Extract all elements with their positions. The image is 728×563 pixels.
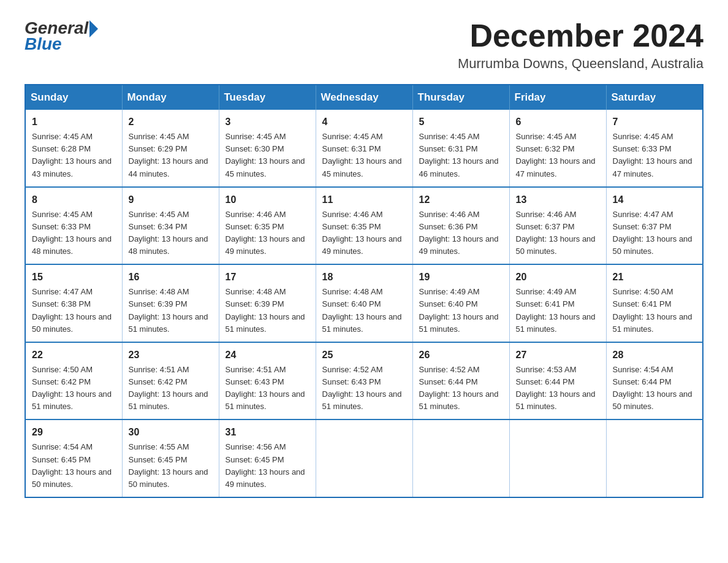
- month-title: December 2024: [458, 18, 703, 53]
- day-info: Sunrise: 4:52 AMSunset: 6:44 PMDaylight:…: [419, 365, 499, 411]
- weekday-header-tuesday: Tuesday: [219, 85, 316, 110]
- day-number: 28: [613, 348, 697, 362]
- day-number: 27: [516, 348, 600, 362]
- weekday-header-saturday: Saturday: [606, 85, 703, 110]
- weekday-header-wednesday: Wednesday: [316, 85, 412, 110]
- calendar-cell: [509, 419, 606, 497]
- calendar-cell: 28Sunrise: 4:54 AMSunset: 6:44 PMDayligh…: [606, 342, 703, 420]
- calendar-cell: 14Sunrise: 4:47 AMSunset: 6:37 PMDayligh…: [606, 187, 703, 265]
- day-info: Sunrise: 4:51 AMSunset: 6:43 PMDaylight:…: [226, 365, 305, 411]
- day-number: 16: [129, 270, 213, 285]
- calendar-table: SundayMondayTuesdayWednesdayThursdayFrid…: [25, 84, 703, 498]
- calendar-week-2: 8Sunrise: 4:45 AMSunset: 6:33 PMDaylight…: [25, 187, 703, 265]
- day-number: 26: [419, 348, 503, 362]
- day-number: 2: [129, 115, 213, 129]
- calendar-cell: 21Sunrise: 4:50 AMSunset: 6:41 PMDayligh…: [606, 264, 703, 342]
- day-number: 1: [32, 115, 116, 129]
- day-info: Sunrise: 4:45 AMSunset: 6:30 PMDaylight:…: [226, 132, 305, 178]
- calendar-cell: 22Sunrise: 4:50 AMSunset: 6:42 PMDayligh…: [25, 342, 122, 420]
- day-number: 31: [226, 425, 309, 440]
- day-number: 22: [32, 348, 116, 362]
- weekday-header-monday: Monday: [122, 85, 219, 110]
- day-info: Sunrise: 4:46 AMSunset: 6:36 PMDaylight:…: [419, 210, 499, 256]
- day-info: Sunrise: 4:45 AMSunset: 6:32 PMDaylight:…: [516, 132, 596, 178]
- day-number: 19: [419, 270, 503, 285]
- day-info: Sunrise: 4:45 AMSunset: 6:28 PMDaylight:…: [32, 132, 112, 178]
- day-info: Sunrise: 4:53 AMSunset: 6:44 PMDaylight:…: [516, 365, 596, 411]
- day-info: Sunrise: 4:45 AMSunset: 6:34 PMDaylight:…: [129, 210, 208, 256]
- day-number: 30: [129, 425, 213, 440]
- calendar-cell: 31Sunrise: 4:56 AMSunset: 6:45 PMDayligh…: [219, 419, 316, 497]
- day-info: Sunrise: 4:56 AMSunset: 6:45 PMDaylight:…: [226, 442, 305, 488]
- day-info: Sunrise: 4:45 AMSunset: 6:33 PMDaylight:…: [613, 132, 692, 178]
- day-number: 21: [613, 270, 697, 285]
- day-number: 7: [613, 115, 697, 129]
- day-info: Sunrise: 4:46 AMSunset: 6:35 PMDaylight:…: [322, 210, 402, 256]
- day-number: 14: [613, 193, 697, 207]
- calendar-cell: 29Sunrise: 4:54 AMSunset: 6:45 PMDayligh…: [25, 419, 122, 497]
- calendar-cell: 1Sunrise: 4:45 AMSunset: 6:28 PMDaylight…: [25, 110, 122, 187]
- calendar-cell: 12Sunrise: 4:46 AMSunset: 6:36 PMDayligh…: [412, 187, 509, 265]
- day-info: Sunrise: 4:48 AMSunset: 6:39 PMDaylight:…: [129, 287, 208, 333]
- day-number: 9: [129, 193, 213, 207]
- weekday-header-friday: Friday: [509, 85, 606, 110]
- day-info: Sunrise: 4:45 AMSunset: 6:29 PMDaylight:…: [129, 132, 208, 178]
- day-info: Sunrise: 4:47 AMSunset: 6:37 PMDaylight:…: [613, 210, 692, 256]
- calendar-cell: 23Sunrise: 4:51 AMSunset: 6:42 PMDayligh…: [122, 342, 219, 420]
- day-info: Sunrise: 4:46 AMSunset: 6:35 PMDaylight:…: [226, 210, 305, 256]
- day-number: 13: [516, 193, 600, 207]
- day-number: 23: [129, 348, 213, 362]
- day-number: 15: [32, 270, 116, 285]
- weekday-header-sunday: Sunday: [25, 85, 122, 110]
- day-info: Sunrise: 4:47 AMSunset: 6:38 PMDaylight:…: [32, 287, 112, 333]
- logo-blue-text: Blue: [25, 34, 62, 54]
- day-number: 11: [322, 193, 406, 207]
- calendar-cell: 10Sunrise: 4:46 AMSunset: 6:35 PMDayligh…: [219, 187, 316, 265]
- calendar-cell: 11Sunrise: 4:46 AMSunset: 6:35 PMDayligh…: [316, 187, 412, 265]
- calendar-cell: [606, 419, 703, 497]
- day-number: 6: [516, 115, 600, 129]
- calendar-cell: 18Sunrise: 4:48 AMSunset: 6:40 PMDayligh…: [316, 264, 412, 342]
- day-info: Sunrise: 4:49 AMSunset: 6:41 PMDaylight:…: [516, 287, 596, 333]
- calendar-cell: 17Sunrise: 4:48 AMSunset: 6:39 PMDayligh…: [219, 264, 316, 342]
- day-number: 18: [322, 270, 406, 285]
- weekday-header-row: SundayMondayTuesdayWednesdayThursdayFrid…: [25, 85, 703, 110]
- calendar-cell: [412, 419, 509, 497]
- calendar-cell: 24Sunrise: 4:51 AMSunset: 6:43 PMDayligh…: [219, 342, 316, 420]
- day-info: Sunrise: 4:55 AMSunset: 6:45 PMDaylight:…: [129, 442, 208, 488]
- logo: General Blue: [25, 18, 98, 54]
- calendar-week-3: 15Sunrise: 4:47 AMSunset: 6:38 PMDayligh…: [25, 264, 703, 342]
- day-number: 17: [226, 270, 309, 285]
- day-number: 12: [419, 193, 503, 207]
- calendar-cell: 5Sunrise: 4:45 AMSunset: 6:31 PMDaylight…: [412, 110, 509, 187]
- day-info: Sunrise: 4:45 AMSunset: 6:31 PMDaylight:…: [322, 132, 402, 178]
- calendar-cell: 27Sunrise: 4:53 AMSunset: 6:44 PMDayligh…: [509, 342, 606, 420]
- day-info: Sunrise: 4:48 AMSunset: 6:39 PMDaylight:…: [226, 287, 305, 333]
- calendar-cell: 25Sunrise: 4:52 AMSunset: 6:43 PMDayligh…: [316, 342, 412, 420]
- calendar-cell: 26Sunrise: 4:52 AMSunset: 6:44 PMDayligh…: [412, 342, 509, 420]
- day-info: Sunrise: 4:46 AMSunset: 6:37 PMDaylight:…: [516, 210, 596, 256]
- page-header: General Blue December 2024 Murrumba Down…: [25, 18, 703, 72]
- calendar-cell: 7Sunrise: 4:45 AMSunset: 6:33 PMDaylight…: [606, 110, 703, 187]
- day-info: Sunrise: 4:49 AMSunset: 6:40 PMDaylight:…: [419, 287, 499, 333]
- day-info: Sunrise: 4:54 AMSunset: 6:44 PMDaylight:…: [613, 365, 692, 411]
- logo-triangle-icon: [89, 20, 98, 37]
- day-info: Sunrise: 4:45 AMSunset: 6:31 PMDaylight:…: [419, 132, 499, 178]
- calendar-cell: 15Sunrise: 4:47 AMSunset: 6:38 PMDayligh…: [25, 264, 122, 342]
- day-info: Sunrise: 4:48 AMSunset: 6:40 PMDaylight:…: [322, 287, 402, 333]
- day-number: 20: [516, 270, 600, 285]
- calendar-week-5: 29Sunrise: 4:54 AMSunset: 6:45 PMDayligh…: [25, 419, 703, 497]
- weekday-header-thursday: Thursday: [412, 85, 509, 110]
- calendar-cell: 13Sunrise: 4:46 AMSunset: 6:37 PMDayligh…: [509, 187, 606, 265]
- calendar-cell: 2Sunrise: 4:45 AMSunset: 6:29 PMDaylight…: [122, 110, 219, 187]
- day-info: Sunrise: 4:45 AMSunset: 6:33 PMDaylight:…: [32, 210, 112, 256]
- day-number: 24: [226, 348, 309, 362]
- calendar-cell: 3Sunrise: 4:45 AMSunset: 6:30 PMDaylight…: [219, 110, 316, 187]
- calendar-cell: 16Sunrise: 4:48 AMSunset: 6:39 PMDayligh…: [122, 264, 219, 342]
- day-info: Sunrise: 4:50 AMSunset: 6:42 PMDaylight:…: [32, 365, 112, 411]
- day-number: 4: [322, 115, 406, 129]
- calendar-week-1: 1Sunrise: 4:45 AMSunset: 6:28 PMDaylight…: [25, 110, 703, 187]
- calendar-cell: 4Sunrise: 4:45 AMSunset: 6:31 PMDaylight…: [316, 110, 412, 187]
- day-info: Sunrise: 4:51 AMSunset: 6:42 PMDaylight:…: [129, 365, 208, 411]
- calendar-cell: 20Sunrise: 4:49 AMSunset: 6:41 PMDayligh…: [509, 264, 606, 342]
